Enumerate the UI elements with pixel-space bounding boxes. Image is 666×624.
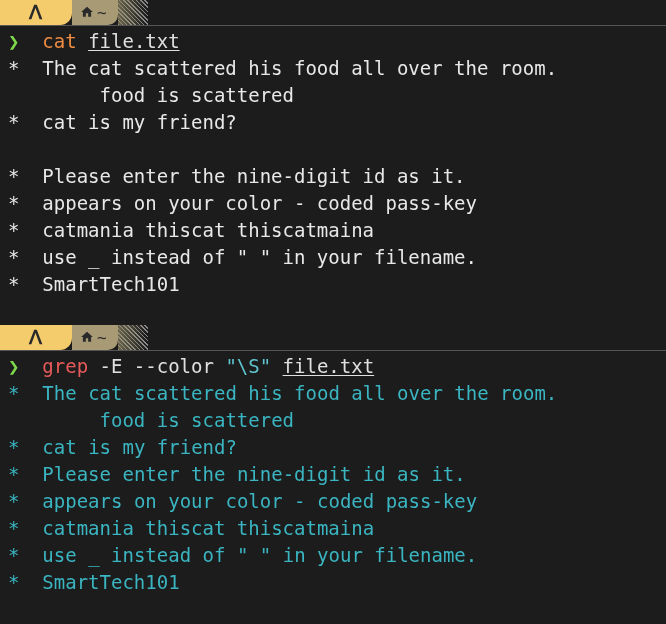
prompt-symbol: ❯ [8, 30, 19, 52]
home-icon [80, 0, 94, 26]
grep-flags: -E --color [88, 355, 225, 377]
output-line: * use _ instead of " " in your filename. [0, 542, 666, 569]
output-line: * appears on your color - coded pass-key [0, 190, 666, 217]
output-line: * use _ instead of " " in your filename. [0, 244, 666, 271]
tab-fade [118, 0, 148, 25]
block-cat: ᐱ ~ ❯ cat file.txt * The cat scattered h… [0, 0, 666, 298]
output-line: * Please enter the nine-digit id as it. [0, 461, 666, 488]
output-line: * appears on your color - coded pass-key [0, 488, 666, 515]
home-icon [80, 324, 94, 351]
path-sep: ~ [97, 0, 107, 26]
grep-pattern: "\S" [225, 355, 271, 377]
prompt-line-2[interactable]: ❯ grep -E --color "\S" file.txt [0, 353, 666, 380]
tab-arch: ᐱ [0, 325, 72, 350]
arch-glyph: ᐱ [29, 324, 44, 351]
block-grep: ᐱ ~ ❯ grep -E --color "\S" file.txt * Th… [0, 325, 666, 596]
tab-fade [118, 325, 148, 350]
output-line [0, 136, 666, 163]
argument-file: file.txt [283, 355, 375, 377]
output-line: food is scattered [0, 82, 666, 109]
tab-bar: ᐱ ~ [0, 0, 666, 26]
output-line: * catmania thiscat thiscatmaina [0, 217, 666, 244]
tab-path: ~ [72, 325, 118, 350]
arch-glyph: ᐱ [29, 0, 44, 26]
prompt-symbol: ❯ [8, 355, 19, 377]
output-line: * SmartTech101 [0, 569, 666, 596]
terminal[interactable]: ᐱ ~ ❯ cat file.txt * The cat scattered h… [0, 0, 666, 596]
argument-file: file.txt [88, 30, 180, 52]
output-line: * The cat scattered his food all over th… [0, 55, 666, 82]
output-line: * The cat scattered his food all over th… [0, 380, 666, 407]
output-line: * SmartTech101 [0, 271, 666, 298]
prompt-line-1[interactable]: ❯ cat file.txt [0, 28, 666, 55]
tab-bar: ᐱ ~ [0, 325, 666, 351]
output-line: * catmania thiscat thiscatmaina [0, 515, 666, 542]
command-cat: cat [42, 30, 76, 52]
tab-path: ~ [72, 0, 118, 25]
output-line: * cat is my friend? [0, 109, 666, 136]
output-line: * Please enter the nine-digit id as it. [0, 163, 666, 190]
output-line: * cat is my friend? [0, 434, 666, 461]
output-line: food is scattered [0, 407, 666, 434]
tab-arch: ᐱ [0, 0, 72, 25]
command-grep: grep [42, 355, 88, 377]
path-sep: ~ [97, 324, 107, 351]
